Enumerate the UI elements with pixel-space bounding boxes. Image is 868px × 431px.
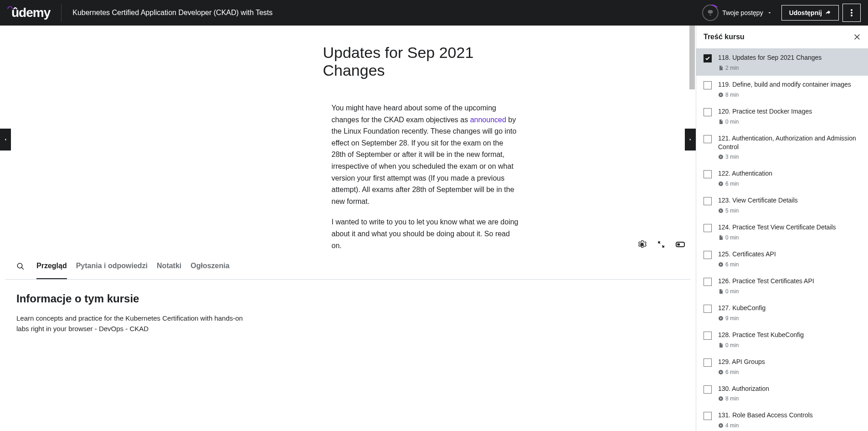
lecture-body: 118. Updates for Sep 2021 Changes2 min bbox=[718, 53, 861, 71]
tab-search-button[interactable] bbox=[16, 254, 27, 279]
lecture-body: 124. Practice Test View Certificate Deta… bbox=[718, 223, 861, 241]
sidebar-item[interactable]: 122. Authentication6 min bbox=[696, 165, 868, 192]
sidebar-item[interactable]: 121. Authentication, Authorization and A… bbox=[696, 130, 868, 165]
header-actions: Twoje postępy Udostępnij bbox=[697, 1, 861, 25]
new-window-button[interactable] bbox=[676, 240, 685, 249]
main-layout: Updates for Sep 2021 Changes You might h… bbox=[0, 26, 868, 431]
gear-icon bbox=[637, 240, 647, 249]
sidebar-item[interactable]: 131. Role Based Access Controls4 min bbox=[696, 406, 868, 431]
progress-label: Twoje postępy bbox=[722, 9, 763, 16]
lecture-label: 121. Authentication, Authorization and A… bbox=[718, 134, 861, 151]
lecture-body: 120. Practice test Docker Images0 min bbox=[718, 107, 861, 125]
about-title: Informacje o tym kursie bbox=[16, 292, 679, 305]
lecture-label: 118. Updates for Sep 2021 Changes bbox=[718, 53, 861, 62]
sidebar-list[interactable]: 118. Updates for Sep 2021 Changes2 min11… bbox=[696, 49, 868, 431]
lecture-meta: 6 min bbox=[718, 181, 861, 187]
lecture-label: 125. Certificates API bbox=[718, 250, 861, 259]
lecture-checkbox[interactable] bbox=[704, 358, 712, 367]
link-icon bbox=[676, 241, 685, 248]
tab-announcements[interactable]: Ogłoszenia bbox=[190, 254, 229, 279]
tab-overview[interactable]: Przegląd bbox=[36, 254, 67, 279]
sidebar-item[interactable]: 130. Authorization8 min bbox=[696, 380, 868, 407]
header-divider bbox=[61, 4, 62, 22]
search-icon bbox=[16, 262, 25, 270]
sidebar-item[interactable]: 119. Define, build and modify container … bbox=[696, 76, 868, 103]
close-sidebar-button[interactable] bbox=[853, 33, 861, 41]
lecture-viewer: Updates for Sep 2021 Changes You might h… bbox=[0, 26, 696, 254]
lecture-checkbox[interactable] bbox=[704, 412, 712, 420]
lecture-body: 126. Practice Test Certificates API0 min bbox=[718, 277, 861, 295]
sidebar-item[interactable]: 124. Practice Test View Certificate Deta… bbox=[696, 218, 868, 245]
chevron-right-icon bbox=[688, 136, 693, 143]
app-header: ◠ ûdemy Kubernetes Certified Application… bbox=[0, 0, 868, 26]
lecture-body: 121. Authentication, Authorization and A… bbox=[718, 134, 861, 161]
lecture-meta: 8 min bbox=[718, 395, 861, 402]
svg-point-0 bbox=[851, 9, 853, 11]
udemy-logo[interactable]: ◠ ûdemy bbox=[7, 5, 50, 20]
lecture-checkbox[interactable] bbox=[704, 305, 712, 313]
lecture-body: 129. API Groups6 min bbox=[718, 358, 861, 375]
close-icon bbox=[853, 33, 861, 41]
sidebar-item[interactable]: 125. Certificates API6 min bbox=[696, 245, 868, 272]
lecture-checkbox[interactable] bbox=[704, 108, 712, 116]
more-button[interactable] bbox=[842, 4, 861, 22]
logo-hat-icon: ◠ bbox=[7, 5, 12, 12]
lecture-meta: 8 min bbox=[718, 92, 861, 98]
svg-point-1 bbox=[851, 12, 853, 14]
lecture-checkbox[interactable] bbox=[704, 385, 712, 394]
lecture-checkbox[interactable] bbox=[704, 278, 712, 286]
svg-point-2 bbox=[851, 15, 853, 16]
prev-lecture-button[interactable] bbox=[0, 129, 11, 151]
sidebar-item[interactable]: 129. API Groups6 min bbox=[696, 353, 868, 380]
lecture-meta: 0 min bbox=[718, 234, 861, 241]
lecture-label: 122. Authentication bbox=[718, 169, 861, 178]
lecture-label: 129. API Groups bbox=[718, 358, 861, 366]
lecture-label: 126. Practice Test Certificates API bbox=[718, 277, 861, 286]
sidebar-item[interactable]: 123. View Certificate Details5 min bbox=[696, 192, 868, 218]
share-button[interactable]: Udostępnij bbox=[781, 5, 839, 21]
lecture-body: 131. Role Based Access Controls4 min bbox=[718, 411, 861, 429]
lecture-meta: 5 min bbox=[718, 208, 861, 214]
next-lecture-button[interactable] bbox=[685, 129, 696, 151]
lecture-checkbox[interactable] bbox=[704, 81, 712, 89]
lecture-meta: 4 min bbox=[718, 422, 861, 429]
tab-qa[interactable]: Pytania i odpowiedzi bbox=[76, 254, 148, 279]
lecture-checkbox[interactable] bbox=[704, 197, 712, 205]
lecture-body: 128. Practice Test KubeConfig0 min bbox=[718, 331, 861, 348]
lecture-body: You might have heard about some of the u… bbox=[332, 102, 519, 254]
lecture-checkbox[interactable] bbox=[704, 224, 712, 232]
lecture-checkbox[interactable] bbox=[704, 251, 712, 259]
lecture-label: 130. Authorization bbox=[718, 384, 861, 393]
sidebar-item[interactable]: 128. Practice Test KubeConfig0 min bbox=[696, 326, 868, 353]
sidebar-item[interactable]: 126. Practice Test Certificates API0 min bbox=[696, 272, 868, 299]
lecture-body: 125. Certificates API6 min bbox=[718, 250, 861, 268]
lecture-meta: 2 min bbox=[718, 65, 861, 71]
share-icon bbox=[825, 10, 831, 16]
share-label: Udostępnij bbox=[789, 9, 822, 16]
lecture-label: 123. View Certificate Details bbox=[718, 196, 861, 205]
lecture-label: 128. Practice Test KubeConfig bbox=[718, 331, 861, 339]
lecture-checkbox[interactable] bbox=[704, 332, 712, 340]
sidebar-item[interactable]: 120. Practice test Docker Images0 min bbox=[696, 103, 868, 130]
lecture-meta: 0 min bbox=[718, 342, 861, 348]
course-title[interactable]: Kubernetes Certified Application Develop… bbox=[72, 9, 697, 17]
tabs-row: Przegląd Pytania i odpowiedzi Notatki Og… bbox=[16, 254, 679, 279]
progress-button[interactable]: Twoje postępy bbox=[697, 1, 778, 25]
svg-rect-5 bbox=[677, 244, 680, 246]
sidebar-item[interactable]: 127. KubeConfig9 min bbox=[696, 299, 868, 326]
lecture-checkbox[interactable] bbox=[704, 170, 712, 178]
settings-button[interactable] bbox=[637, 240, 647, 249]
sidebar-item[interactable]: 118. Updates for Sep 2021 Changes2 min bbox=[696, 49, 868, 76]
expand-icon bbox=[657, 240, 665, 249]
tab-notes[interactable]: Notatki bbox=[157, 254, 181, 279]
announced-link[interactable]: announced bbox=[470, 116, 506, 124]
lecture-checkbox[interactable] bbox=[704, 54, 712, 62]
lecture-meta: 0 min bbox=[718, 119, 861, 125]
lecture-checkbox[interactable] bbox=[704, 135, 712, 143]
lecture-paragraph: You might have heard about some of the u… bbox=[332, 102, 519, 207]
lecture-meta: 9 min bbox=[718, 315, 861, 322]
svg-point-3 bbox=[641, 244, 643, 246]
lecture-meta: 6 min bbox=[718, 369, 861, 375]
fullscreen-button[interactable] bbox=[657, 240, 666, 249]
lecture-meta: 3 min bbox=[718, 154, 861, 160]
